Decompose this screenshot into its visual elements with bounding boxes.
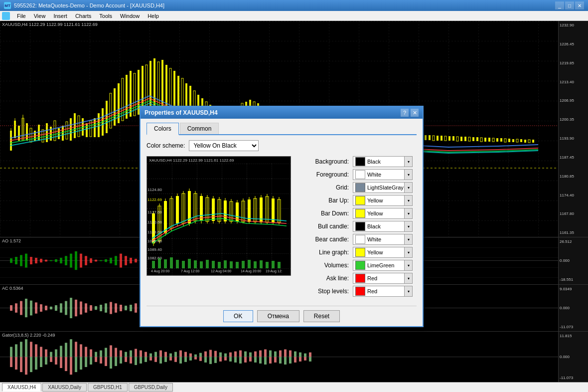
grid-color-name: LightSlateGray: [367, 185, 404, 191]
ask-line-swatch: [355, 274, 365, 283]
tab-gbpusd-h1[interactable]: GBPUSD,H1: [88, 383, 128, 392]
menu-charts[interactable]: Charts: [71, 12, 95, 20]
bar-down-dropdown[interactable]: Yellow ▾: [353, 208, 413, 219]
setting-row-bar-up: Bar Up: Yellow ▾: [299, 195, 417, 206]
tab-gbpusd-daily[interactable]: GBPUSD,Daily: [129, 383, 173, 392]
svg-rect-460: [224, 260, 227, 268]
bar-up-label: Bar Up:: [299, 197, 349, 204]
window-title: 5955262: MetaQuotes-Demo - Demo Account …: [14, 2, 555, 8]
bull-candle-label: Bull candle:: [299, 223, 349, 230]
background-dropdown[interactable]: Black ▾: [353, 156, 413, 167]
app-menu-icon: [2, 12, 10, 20]
chart-preview-column: XAUUSD,H4 1122.29 1122.99 1121.61 1122.6…: [147, 156, 291, 299]
bar-down-swatch: [355, 209, 365, 218]
bar-down-dropdown-arrow: ▾: [404, 208, 412, 218]
app-icon: MT: [4, 2, 11, 9]
settings-column: Background: Black ▾ Foreground: White: [299, 156, 417, 299]
menu-help[interactable]: Help: [144, 12, 163, 20]
svg-rect-462: [236, 262, 239, 268]
dialog-title: Properties of XAUUSD,H4: [145, 109, 218, 116]
bull-candle-color-name: Black: [367, 223, 404, 229]
line-graph-color-name: Yellow: [367, 249, 404, 255]
svg-rect-466: [260, 260, 263, 268]
bar-up-swatch: [355, 196, 365, 205]
svg-rect-468: [272, 261, 275, 268]
svg-text:1124.80: 1124.80: [147, 188, 162, 192]
dialog-buttons: OK Отмена Reset: [147, 306, 417, 322]
properties-dialog: Properties of XAUUSD,H4 ? ✕ Colors Commo…: [140, 106, 424, 327]
grid-dropdown[interactable]: LightSlateGray ▾: [353, 182, 413, 193]
tab-xauusd-daily[interactable]: XAUUSD,Daily: [42, 383, 87, 392]
background-label: Background:: [299, 158, 349, 165]
maximize-button[interactable]: □: [565, 1, 574, 9]
svg-text:1096.40: 1096.40: [147, 239, 162, 243]
setting-row-bar-down: Bar Down: Yellow ▾: [299, 208, 417, 219]
menu-insert[interactable]: Insert: [49, 12, 71, 20]
line-graph-swatch: [355, 248, 365, 257]
ask-line-dropdown-arrow: ▾: [404, 273, 412, 283]
svg-rect-461: [230, 261, 233, 268]
bar-up-color-name: Yellow: [367, 197, 404, 203]
bear-candle-dropdown-arrow: ▾: [404, 234, 412, 244]
menu-view[interactable]: View: [30, 12, 50, 20]
svg-rect-458: [212, 261, 215, 268]
svg-rect-448: [152, 261, 155, 268]
dialog-help-button[interactable]: ?: [401, 109, 409, 117]
color-scheme-row: Color scheme: Yellow On Black Green On B…: [147, 140, 417, 151]
tab-xauusd-h4[interactable]: XAUUSD,H4: [2, 383, 41, 392]
volumes-label: Volumes:: [299, 262, 349, 269]
menu-window[interactable]: Window: [116, 12, 144, 20]
bar-up-dropdown[interactable]: Yellow ▾: [353, 195, 413, 206]
foreground-color-name: White: [367, 172, 404, 178]
dialog-content-columns: XAUUSD,H4 1122.29 1122.99 1121.61 1122.6…: [147, 156, 417, 299]
color-scheme-label: Color scheme:: [147, 142, 185, 149]
setting-row-volumes: Volumes: LimeGreen ▾: [299, 260, 417, 271]
svg-text:4 Aug 20:00: 4 Aug 20:00: [151, 269, 169, 273]
stop-levels-dropdown-arrow: ▾: [404, 286, 412, 296]
stop-levels-dropdown[interactable]: Red ▾: [353, 286, 413, 297]
menu-file[interactable]: File: [13, 12, 30, 20]
bottom-tab-bar: XAUUSD,H4 XAUUSD,Daily GBPUSD,H1 GBPUSD,…: [0, 382, 588, 392]
setting-row-bear-candle: Bear candle: White ▾: [299, 234, 417, 245]
cancel-button[interactable]: Отмена: [257, 310, 299, 322]
bear-candle-label: Bear candle:: [299, 236, 349, 243]
volumes-dropdown[interactable]: LimeGreen ▾: [353, 260, 413, 271]
background-color-name: Black: [367, 159, 404, 165]
svg-text:1089.40: 1089.40: [147, 247, 162, 252]
ok-button[interactable]: OK: [223, 310, 253, 322]
preview-chart-header: XAUUSD,H4 1122.29 1122.99 1121.61 1122.6…: [149, 158, 234, 163]
svg-rect-450: [164, 259, 167, 268]
volumes-color-name: LimeGreen: [367, 262, 404, 268]
svg-text:7 Aug 12:00: 7 Aug 12:00: [181, 269, 199, 273]
reset-button[interactable]: Reset: [303, 310, 340, 322]
dialog-overlay: Properties of XAUUSD,H4 ? ✕ Colors Commo…: [0, 21, 588, 382]
bull-candle-dropdown[interactable]: Black ▾: [353, 221, 413, 232]
dialog-close-button[interactable]: ✕: [411, 109, 419, 117]
line-graph-dropdown-arrow: ▾: [404, 247, 412, 257]
color-scheme-select[interactable]: Yellow On Black Green On Black Black On …: [189, 140, 259, 151]
bear-candle-dropdown[interactable]: White ▾: [353, 234, 413, 245]
ask-line-dropdown[interactable]: Red ▾: [353, 273, 413, 284]
svg-text:1110.60: 1110.60: [147, 220, 162, 224]
setting-row-grid: Grid: LightSlateGray ▾: [299, 182, 417, 193]
line-graph-dropdown[interactable]: Yellow ▾: [353, 247, 413, 258]
setting-row-ask-line: Ask line: Red ▾: [299, 273, 417, 284]
bear-candle-color-name: White: [367, 236, 404, 242]
minimize-button[interactable]: _: [555, 1, 564, 9]
window-controls: _ □ ✕: [555, 1, 584, 9]
stop-levels-label: Stop levels:: [299, 288, 349, 295]
ask-line-label: Ask line:: [299, 275, 349, 282]
svg-text:1117.60: 1117.60: [147, 210, 162, 214]
title-bar: MT 5955262: MetaQuotes-Demo - Demo Accou…: [0, 0, 588, 11]
svg-rect-451: [170, 257, 173, 268]
close-button[interactable]: ✕: [575, 1, 584, 9]
dialog-body: Colors Common Color scheme: Yellow On Bl…: [141, 119, 423, 326]
tab-common[interactable]: Common: [180, 123, 219, 134]
svg-text:1103.60: 1103.60: [147, 230, 162, 234]
tab-colors[interactable]: Colors: [147, 123, 179, 135]
foreground-dropdown[interactable]: White ▾: [353, 169, 413, 180]
foreground-label: Foreground:: [299, 171, 349, 178]
menu-tools[interactable]: Tools: [95, 12, 116, 20]
svg-rect-454: [188, 259, 191, 268]
foreground-swatch: [355, 170, 365, 179]
